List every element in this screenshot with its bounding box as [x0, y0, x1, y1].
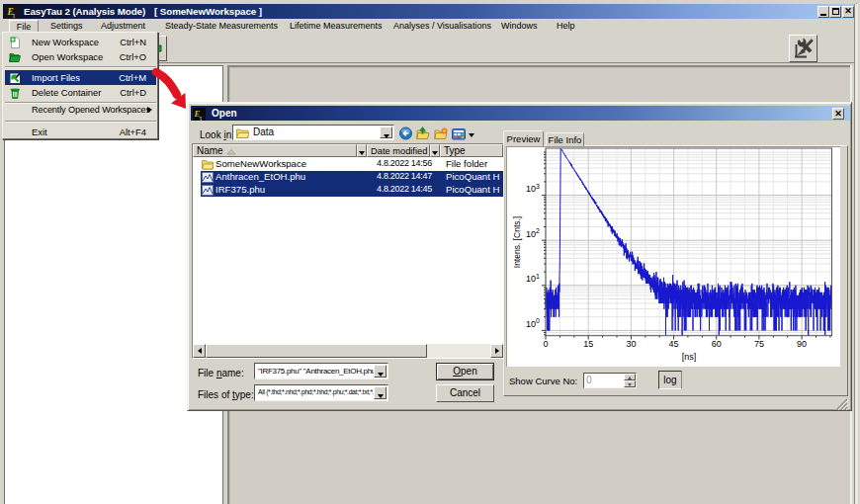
svg-text:75: 75: [754, 339, 764, 349]
svg-text:30: 30: [626, 339, 636, 349]
svg-text:101: 101: [526, 273, 540, 285]
svg-text:102: 102: [526, 227, 540, 239]
svg-text:90: 90: [797, 339, 807, 349]
svg-text:Intens. [Cnts.]: Intens. [Cnts.]: [512, 216, 522, 268]
svg-text:τ: τ: [200, 113, 203, 121]
svg-text:[ns]: [ns]: [682, 352, 697, 362]
svg-text:15: 15: [583, 339, 593, 349]
svg-text:60: 60: [712, 339, 722, 349]
svg-text:100: 100: [526, 317, 540, 329]
svg-text:τ: τ: [13, 11, 16, 19]
svg-text:103: 103: [526, 183, 540, 195]
svg-text:45: 45: [669, 339, 679, 349]
svg-text:0: 0: [543, 339, 548, 349]
